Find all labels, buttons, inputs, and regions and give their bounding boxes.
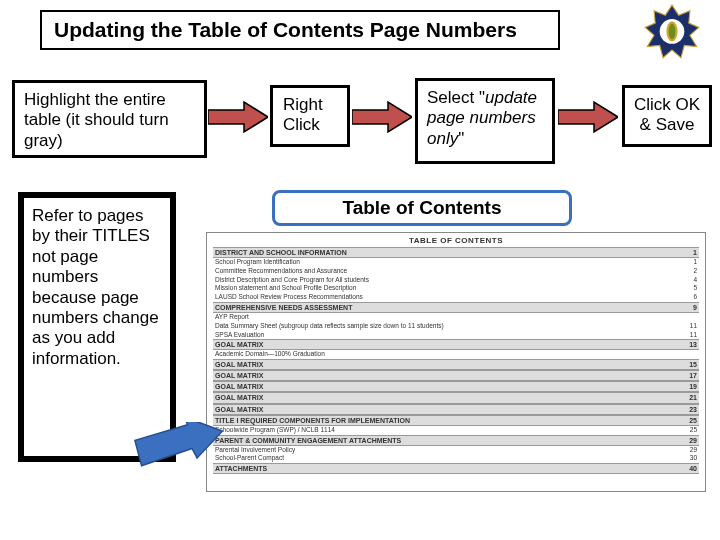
toc-entry: District Description and Core Program fo… xyxy=(213,276,699,285)
svg-point-3 xyxy=(669,24,676,40)
svg-marker-4 xyxy=(208,102,268,132)
toc-entry: AYP Report xyxy=(213,313,699,322)
organization-logo xyxy=(644,4,700,60)
step-highlight-table: Highlight the entire table (it should tu… xyxy=(12,80,207,158)
quote-open: Select " xyxy=(427,88,485,107)
toc-entry: Committee Recommendations and Assurance2 xyxy=(213,267,699,276)
toc-section: ATTACHMENTS40 xyxy=(213,463,699,474)
toc-entry: Academic Domain—100% Graduation xyxy=(213,350,699,359)
toc-section: DISTRICT AND SCHOOL INFORMATION1 xyxy=(213,247,699,258)
toc-screenshot: TABLE OF CONTENTS DISTRICT AND SCHOOL IN… xyxy=(206,232,706,492)
toc-entry: Mission statement and School Profile Des… xyxy=(213,284,699,293)
arrow-icon xyxy=(352,100,412,134)
step-click-ok-save: Click OK & Save xyxy=(622,85,712,147)
step-right-click: Right Click xyxy=(270,85,350,147)
svg-marker-6 xyxy=(558,102,618,132)
toc-entry: LAUSD School Review Process Recommendati… xyxy=(213,293,699,302)
arrow-icon xyxy=(208,100,268,134)
arrow-icon xyxy=(558,100,618,134)
toc-section: GOAL MATRIX13 xyxy=(213,339,699,350)
toc-section: TITLE I REQUIRED COMPONENTS FOR IMPLEMEN… xyxy=(213,415,699,426)
toc-label: Table of Contents xyxy=(272,190,572,226)
toc-entry: School Program Identification1 xyxy=(213,258,699,267)
toc-section: GOAL MATRIX15 xyxy=(213,359,699,370)
toc-entry: Parental Involvement Policy29 xyxy=(213,446,699,455)
page-title: Updating the Table of Contents Page Numb… xyxy=(40,10,560,50)
toc-entry: SPSA Evaluation11 xyxy=(213,331,699,340)
svg-marker-7 xyxy=(133,422,224,466)
toc-section: GOAL MATRIX23 xyxy=(213,404,699,415)
toc-section: GOAL MATRIX21 xyxy=(213,392,699,403)
toc-section: PARENT & COMMUNITY ENGAGEMENT ATTACHMENT… xyxy=(213,435,699,446)
pointer-arrow-icon xyxy=(130,422,224,476)
toc-entry: School-Parent Compact30 xyxy=(213,454,699,463)
quote-close: " xyxy=(458,129,464,148)
toc-section: GOAL MATRIX19 xyxy=(213,381,699,392)
toc-entry: Schoolwide Program (SWP) / NCLB 111425 xyxy=(213,426,699,435)
toc-entry: Data Summary Sheet (subgroup data reflec… xyxy=(213,322,699,331)
toc-heading: TABLE OF CONTENTS xyxy=(213,236,699,245)
step-select-update: Select "update page numbers only" xyxy=(415,78,555,164)
toc-section: COMPREHENSIVE NEEDS ASSESSMENT9 xyxy=(213,302,699,313)
toc-section: GOAL MATRIX17 xyxy=(213,370,699,381)
svg-marker-5 xyxy=(352,102,412,132)
